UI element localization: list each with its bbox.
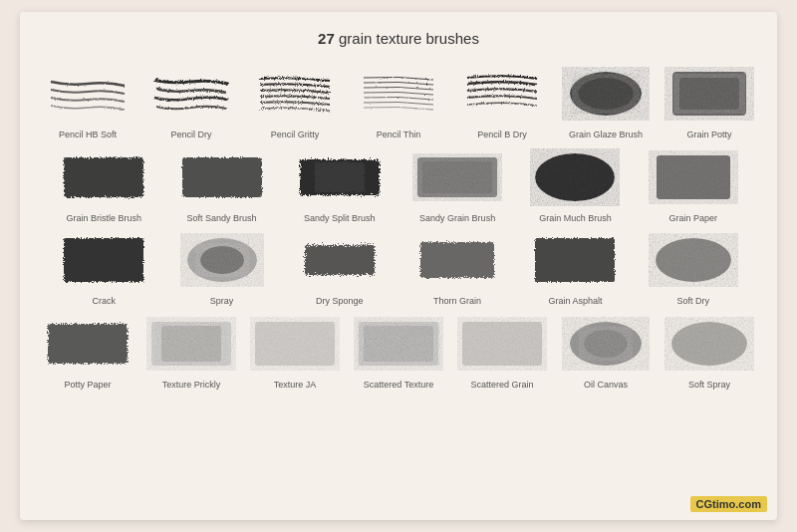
- brush-pencil-dry: Pencil Dry: [141, 60, 241, 141]
- brush-count: 27: [318, 30, 335, 47]
- brush-preview-grain-potty: [663, 60, 756, 128]
- brush-preview-texture-ja: [248, 310, 342, 378]
- brush-soft-spray: Soft Spray: [660, 310, 759, 392]
- brush-label-grain-paper: Grain Paper: [668, 213, 717, 225]
- brush-grain-much: Grain Much Brush: [525, 143, 625, 225]
- brush-preview-spray: [175, 226, 269, 294]
- brush-preview-dry-sponge: [293, 226, 387, 294]
- brush-preview-scattered-grain: [455, 310, 549, 378]
- brush-pencil-b-dry: Pencil B Dry: [452, 60, 552, 141]
- row-2: Grain Bristle Brush Soft Sandy Br: [36, 143, 761, 225]
- svg-rect-20: [535, 238, 615, 282]
- brush-preview-pencil-gritty: [248, 60, 342, 128]
- svg-point-32: [671, 322, 747, 366]
- svg-rect-25: [161, 326, 221, 362]
- brush-label-soft-spray: Soft Spray: [688, 380, 730, 392]
- svg-rect-12: [657, 155, 730, 199]
- brush-preview-oil-canvas: [559, 310, 653, 378]
- brush-label-pencil-gritty: Pencil Gritty: [271, 130, 320, 141]
- brush-label-crack: Crack: [93, 296, 117, 308]
- brush-label-grain-much: Grain Much Brush: [539, 213, 612, 225]
- brush-label-soft-sandy: Soft Sandy Brush: [187, 213, 257, 225]
- brush-label-sandy-split: Sandy Split Brush: [304, 213, 376, 225]
- brush-preview-texture-prickly: [144, 310, 238, 378]
- svg-rect-19: [420, 242, 494, 278]
- brush-label-pencil-dry: Pencil Dry: [170, 130, 211, 141]
- brush-scattered-grain: Scattered Grain: [452, 310, 552, 392]
- brush-soft-sandy: Soft Sandy Brush: [172, 143, 272, 225]
- brush-pencil-thin: Pencil Thin: [349, 60, 448, 141]
- brush-label-soft-dry: Soft Dry: [676, 296, 709, 308]
- svg-rect-3: [679, 78, 739, 110]
- brush-dry-sponge: Dry Sponge: [290, 226, 390, 308]
- brush-label-grain-potty: Grain Potty: [686, 130, 731, 141]
- brush-texture-prickly: Texture Prickly: [141, 310, 241, 392]
- row-4: Potty Paper Texture Prickly: [36, 310, 761, 392]
- brush-label-grain-glaze: Grain Glaze Brush: [569, 130, 643, 141]
- brush-preview-thorn-grain: [410, 226, 504, 294]
- brush-crack: Crack: [54, 226, 153, 308]
- brush-label-oil-canvas: Oil Canvas: [584, 380, 628, 392]
- row-1: Pencil HB Soft: [36, 60, 761, 141]
- title-area: 27 grain texture brushes: [36, 30, 761, 48]
- svg-point-16: [200, 246, 244, 274]
- main-card: 27 grain texture brushes: [20, 12, 777, 520]
- brush-grain-potty: Grain Potty: [660, 60, 759, 141]
- brush-label-pencil-hb-soft: Pencil HB Soft: [59, 130, 117, 141]
- brush-label-texture-prickly: Texture Prickly: [162, 380, 221, 392]
- brush-label-grain-bristle: Grain Bristle Brush: [67, 213, 142, 225]
- svg-rect-8: [315, 162, 365, 192]
- brush-spray: Spray: [172, 226, 272, 308]
- svg-rect-18: [305, 245, 375, 275]
- brush-pencil-gritty: Pencil Gritty: [245, 60, 345, 141]
- title-text: grain texture brushes: [335, 30, 479, 47]
- brush-sandy-split: Sandy Split Brush: [290, 143, 390, 225]
- brush-oil-canvas: Oil Canvas: [556, 310, 656, 392]
- brush-preview-pencil-thin: [352, 60, 445, 128]
- svg-rect-26: [255, 322, 335, 366]
- brush-label-texture-ja: Texture JA: [274, 380, 317, 392]
- brush-label-thorn-grain: Thorn Grain: [433, 296, 481, 308]
- brush-grain-asphalt: Grain Asphalt: [525, 226, 625, 308]
- brush-preview-soft-dry: [647, 226, 740, 294]
- row-3: Crack Spray: [36, 226, 761, 308]
- brush-soft-dry: Soft Dry: [644, 226, 743, 308]
- brush-label-pencil-b-dry: Pencil B Dry: [477, 130, 527, 141]
- brush-preview-potty-paper: [41, 310, 134, 378]
- brush-preview-grain-much: [528, 143, 622, 211]
- brush-grain-paper: Grain Paper: [644, 143, 743, 225]
- brush-sandy-grain: Sandy Grain Brush: [407, 143, 507, 225]
- brush-preview-pencil-hb-soft: [41, 60, 134, 128]
- brushes-grid: Pencil HB Soft: [36, 60, 761, 394]
- brush-preview-grain-glaze: [559, 60, 653, 128]
- svg-point-31: [584, 330, 628, 358]
- brush-potty-paper: Potty Paper: [38, 310, 137, 392]
- brush-label-scattered-texture: Scattered Texture: [364, 380, 433, 392]
- brush-scattered-texture: Scattered Texture: [349, 310, 448, 392]
- brush-texture-ja: Texture JA: [245, 310, 345, 392]
- brush-label-dry-sponge: Dry Sponge: [316, 296, 364, 308]
- brush-label-potty-paper: Potty Paper: [64, 380, 111, 392]
- svg-rect-23: [48, 324, 128, 364]
- brush-preview-scattered-texture: [352, 310, 445, 378]
- svg-point-11: [535, 153, 615, 201]
- brush-preview-sandy-split: [293, 143, 387, 211]
- svg-point-1: [578, 78, 634, 110]
- brush-preview-grain-asphalt: [528, 226, 622, 294]
- brush-preview-sandy-grain: [410, 143, 504, 211]
- brush-label-pencil-thin: Pencil Thin: [377, 130, 420, 141]
- svg-rect-6: [182, 157, 262, 197]
- brush-grain-bristle: Grain Bristle Brush: [54, 143, 153, 225]
- brush-pencil-hb-soft: Pencil HB Soft: [38, 60, 137, 141]
- svg-rect-5: [64, 157, 143, 197]
- brush-label-scattered-grain: Scattered Grain: [470, 380, 533, 392]
- brush-label-spray: Spray: [210, 296, 234, 308]
- watermark-badge: CGtimo.com: [690, 496, 767, 512]
- brush-preview-crack: [57, 226, 150, 294]
- brush-label-sandy-grain: Sandy Grain Brush: [419, 213, 495, 225]
- brush-label-grain-asphalt: Grain Asphalt: [548, 296, 602, 308]
- svg-rect-10: [422, 161, 492, 193]
- brush-preview-soft-sandy: [175, 143, 269, 211]
- svg-point-21: [656, 238, 731, 282]
- brush-thorn-grain: Thorn Grain: [407, 226, 507, 308]
